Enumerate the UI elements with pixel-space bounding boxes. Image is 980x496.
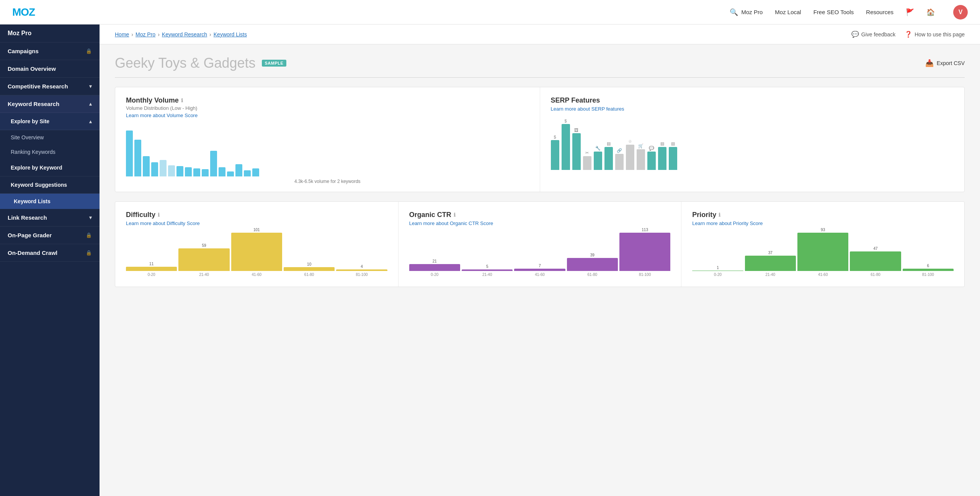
bar-item: 4761-80 bbox=[850, 246, 901, 277]
page-title-row: Geeky Toys & Gadgets SAMPLE bbox=[115, 55, 286, 71]
avatar[interactable]: V bbox=[953, 5, 968, 20]
monthly-volume-subtitle: Volume Distribution (Low - High) bbox=[126, 105, 529, 111]
bar-item bbox=[202, 169, 209, 176]
serp-features-panel: SERP Features Learn more about SERP feat… bbox=[540, 87, 965, 192]
monthly-volume-panel: Monthly Volume ℹ Volume Distribution (Lo… bbox=[115, 87, 540, 192]
chevron-down-icon: ▾ bbox=[89, 83, 92, 89]
bar-item: 210-20 bbox=[409, 259, 460, 277]
bar-item bbox=[126, 131, 133, 176]
bar-item bbox=[219, 167, 225, 176]
bar-item: 681-100 bbox=[903, 264, 954, 277]
sidebar-item-on-page-grader[interactable]: On-Page Grader 🔒 bbox=[0, 227, 100, 244]
sidebar: Moz Pro Campaigns 🔒 Domain Overview Comp… bbox=[0, 24, 100, 496]
bar-item: 521-40 bbox=[462, 264, 513, 277]
serp-bar-item: 🛒 bbox=[637, 144, 645, 170]
nav-moz-local[interactable]: Moz Local bbox=[775, 9, 801, 15]
breadcrumb-keyword-research[interactable]: Keyword Research bbox=[162, 31, 207, 38]
lock-icon: 🔒 bbox=[86, 48, 92, 54]
monthly-volume-caption: 4.3k-6.5k volume for 2 keywords bbox=[126, 179, 529, 184]
organic-ctr-panel: Organic CTR ℹ Learn more about Organic C… bbox=[399, 202, 682, 287]
nav-moz-pro[interactable]: Moz Pro bbox=[741, 9, 763, 15]
top-nav-links: Moz Pro Moz Local Free SEO Tools Resourc… bbox=[741, 5, 968, 20]
serp-bar-item: ▤ bbox=[669, 141, 677, 170]
bar-item: 1061-80 bbox=[284, 262, 335, 277]
breadcrumb-moz-pro[interactable]: Moz Pro bbox=[136, 31, 155, 38]
priority-title: Priority ℹ bbox=[692, 211, 954, 219]
search-icon[interactable]: 🔍 bbox=[730, 8, 738, 16]
bar-item bbox=[176, 166, 183, 176]
info-icon[interactable]: ℹ bbox=[158, 212, 160, 218]
bar-item: 10141-60 bbox=[231, 228, 282, 277]
bar-item: 10-20 bbox=[692, 266, 743, 277]
monthly-volume-title: Monthly Volume ℹ bbox=[126, 96, 529, 104]
sidebar-item-on-demand-crawl[interactable]: On-Demand Crawl 🔒 bbox=[0, 244, 100, 262]
priority-panel: Priority ℹ Learn more about Priority Sco… bbox=[681, 202, 964, 287]
sidebar-item-explore-by-keyword[interactable]: Explore by Keyword bbox=[0, 159, 100, 176]
difficulty-title: Difficulty ℹ bbox=[126, 211, 387, 219]
bar-item bbox=[227, 171, 234, 176]
sidebar-item-domain-overview[interactable]: Domain Overview bbox=[0, 60, 100, 78]
bar-item: 481-100 bbox=[336, 264, 387, 277]
sidebar-item-explore-by-site[interactable]: Explore by Site ▴ bbox=[0, 113, 100, 130]
monthly-volume-chart bbox=[126, 123, 529, 176]
flag-icon[interactable]: 🚩 bbox=[906, 8, 914, 16]
chevron-up-icon: ▴ bbox=[89, 119, 92, 124]
info-icon[interactable]: ℹ bbox=[719, 212, 720, 218]
main-layout: Moz Pro Campaigns 🔒 Domain Overview Comp… bbox=[0, 24, 980, 496]
serp-bar-item: 🖼 bbox=[572, 128, 581, 170]
bar-item: 3961-80 bbox=[567, 253, 618, 277]
bar-item: 110-20 bbox=[126, 262, 177, 277]
priority-link[interactable]: Learn more about Priority Score bbox=[692, 220, 763, 226]
nav-resources[interactable]: Resources bbox=[866, 9, 893, 15]
sidebar-item-link-research[interactable]: Link Research ▾ bbox=[0, 209, 100, 227]
serp-bar-item: 🔧 bbox=[594, 146, 602, 170]
breadcrumb-home[interactable]: Home bbox=[115, 31, 129, 38]
chevron-up-icon: ▴ bbox=[89, 101, 92, 107]
info-icon[interactable]: ℹ bbox=[181, 98, 183, 103]
home-icon[interactable]: 🏠 bbox=[926, 8, 935, 16]
bar-item bbox=[193, 168, 200, 176]
moz-logo[interactable]: MOZ bbox=[12, 6, 35, 18]
how-to-use-button[interactable]: ❓ How to use this page bbox=[905, 31, 965, 38]
bar-item bbox=[252, 168, 259, 176]
top-navigation: MOZ 🔍 Moz Pro Moz Local Free SEO Tools R… bbox=[0, 0, 980, 24]
charts-container: Monthly Volume ℹ Volume Distribution (Lo… bbox=[100, 77, 980, 296]
serp-bar-item: $ bbox=[551, 135, 559, 170]
serp-features-link[interactable]: Learn more about SERP features bbox=[551, 106, 624, 112]
sidebar-item-campaigns[interactable]: Campaigns 🔒 bbox=[0, 42, 100, 60]
nav-free-seo-tools[interactable]: Free SEO Tools bbox=[813, 9, 854, 15]
sidebar-item-keyword-lists[interactable]: Keyword Lists bbox=[0, 194, 100, 209]
sample-badge: SAMPLE bbox=[262, 60, 287, 67]
sidebar-item-competitive-research[interactable]: Competitive Research ▾ bbox=[0, 78, 100, 95]
sidebar-item-keyword-suggestions[interactable]: Keyword Suggestions bbox=[0, 176, 100, 194]
export-csv-button[interactable]: 📥 Export CSV bbox=[925, 59, 965, 67]
organic-ctr-link[interactable]: Learn more about Organic CTR Score bbox=[409, 220, 493, 226]
sidebar-item-keyword-research[interactable]: Keyword Research ▴ bbox=[0, 95, 100, 113]
give-feedback-button[interactable]: 💬 Give feedback bbox=[851, 31, 896, 38]
info-icon[interactable]: ℹ bbox=[454, 212, 456, 218]
bar-item bbox=[235, 164, 242, 176]
breadcrumb-keyword-lists[interactable]: Keyword Lists bbox=[214, 31, 247, 38]
bar-item bbox=[143, 156, 150, 176]
bar-item bbox=[244, 170, 251, 176]
serp-features-title: SERP Features bbox=[551, 96, 954, 104]
bar-item bbox=[210, 151, 217, 176]
serp-bar-item: $ bbox=[562, 119, 570, 170]
bottom-charts-row: Difficulty ℹ Learn more about Difficulty… bbox=[115, 201, 965, 287]
chevron-down-icon: ▾ bbox=[89, 215, 92, 220]
priority-chart: 10-203721-409341-604761-80681-100 bbox=[692, 231, 954, 277]
difficulty-panel: Difficulty ℹ Learn more about Difficulty… bbox=[115, 202, 399, 287]
page-title: Geeky Toys & Gadgets bbox=[115, 55, 256, 71]
sidebar-item-site-overview[interactable]: Site Overview bbox=[0, 130, 100, 145]
monthly-volume-link[interactable]: Learn more about Volume Score bbox=[126, 113, 198, 118]
main-content: Home › Moz Pro › Keyword Research › Keyw… bbox=[100, 24, 980, 496]
bar-item bbox=[168, 165, 175, 176]
page-header: Geeky Toys & Gadgets SAMPLE 📥 Export CSV bbox=[100, 44, 980, 77]
breadcrumb: Home › Moz Pro › Keyword Research › Keyw… bbox=[115, 31, 247, 38]
sidebar-item-moz-pro[interactable]: Moz Pro bbox=[0, 24, 100, 42]
difficulty-link[interactable]: Learn more about Difficulty Score bbox=[126, 220, 200, 226]
sidebar-item-ranking-keywords[interactable]: Ranking Keywords bbox=[0, 145, 100, 159]
lock-icon: 🔒 bbox=[86, 250, 92, 256]
breadcrumb-bar: Home › Moz Pro › Keyword Research › Keyw… bbox=[100, 24, 980, 44]
serp-bar-item: ✂ bbox=[583, 150, 591, 170]
